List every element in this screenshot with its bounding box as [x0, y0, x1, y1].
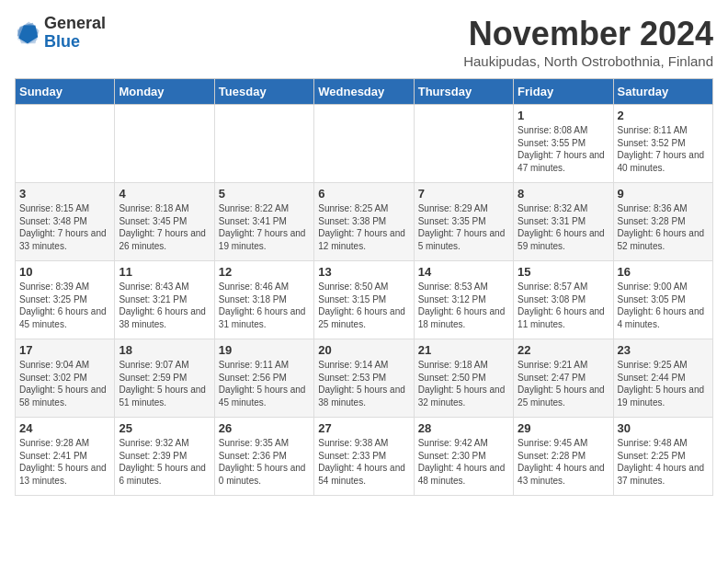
calendar-cell: 11Sunrise: 8:43 AM Sunset: 3:21 PM Dayli… [115, 261, 214, 339]
day-number: 30 [618, 421, 709, 435]
cell-content: Sunrise: 8:18 AM Sunset: 3:45 PM Dayligh… [119, 202, 210, 252]
calendar-header-thursday: Thursday [414, 79, 513, 105]
generalblue-logo-icon [15, 20, 40, 46]
cell-content: Sunrise: 8:50 AM Sunset: 3:15 PM Dayligh… [318, 281, 409, 330]
calendar-header-monday: Monday [115, 79, 214, 105]
day-number: 3 [19, 187, 110, 201]
day-number: 28 [418, 421, 509, 435]
calendar-cell: 24Sunrise: 9:28 AM Sunset: 2:41 PM Dayli… [16, 418, 115, 496]
calendar-week-5: 24Sunrise: 9:28 AM Sunset: 2:41 PM Dayli… [16, 418, 713, 496]
cell-content: Sunrise: 9:04 AM Sunset: 3:02 PM Dayligh… [19, 359, 110, 408]
calendar-cell: 15Sunrise: 8:57 AM Sunset: 3:08 PM Dayli… [514, 261, 613, 339]
cell-content: Sunrise: 8:39 AM Sunset: 3:25 PM Dayligh… [19, 281, 110, 330]
calendar-cell: 20Sunrise: 9:14 AM Sunset: 2:53 PM Dayli… [314, 339, 414, 418]
cell-content: Sunrise: 9:45 AM Sunset: 2:28 PM Dayligh… [518, 437, 609, 487]
day-number: 1 [518, 109, 609, 122]
day-number: 11 [119, 265, 210, 279]
day-number: 27 [318, 421, 409, 435]
cell-content: Sunrise: 8:43 AM Sunset: 3:21 PM Dayligh… [119, 281, 210, 330]
calendar-cell: 4Sunrise: 8:18 AM Sunset: 3:45 PM Daylig… [115, 183, 214, 261]
calendar-cell: 23Sunrise: 9:25 AM Sunset: 2:44 PM Dayli… [613, 339, 712, 418]
calendar-cell: 18Sunrise: 9:07 AM Sunset: 2:59 PM Dayli… [115, 339, 214, 418]
title-block: November 2024 Haukipudas, North Ostrobot… [463, 15, 713, 69]
calendar-header-tuesday: Tuesday [214, 79, 313, 105]
cell-content: Sunrise: 9:25 AM Sunset: 2:44 PM Dayligh… [618, 359, 709, 408]
calendar-week-3: 10Sunrise: 8:39 AM Sunset: 3:25 PM Dayli… [16, 261, 713, 339]
day-number: 9 [618, 187, 709, 201]
calendar-cell: 25Sunrise: 9:32 AM Sunset: 2:39 PM Dayli… [115, 418, 214, 496]
calendar-week-1: 1Sunrise: 8:08 AM Sunset: 3:55 PM Daylig… [16, 105, 713, 183]
day-number: 18 [119, 343, 210, 357]
day-number: 13 [318, 265, 409, 279]
cell-content: Sunrise: 9:35 AM Sunset: 2:36 PM Dayligh… [219, 437, 310, 487]
cell-content: Sunrise: 9:07 AM Sunset: 2:59 PM Dayligh… [119, 359, 210, 408]
calendar-cell: 8Sunrise: 8:32 AM Sunset: 3:31 PM Daylig… [514, 183, 613, 261]
calendar-cell: 13Sunrise: 8:50 AM Sunset: 3:15 PM Dayli… [314, 261, 414, 339]
calendar-table: SundayMondayTuesdayWednesdayThursdayFrid… [15, 78, 713, 496]
calendar-cell [414, 105, 513, 183]
cell-content: Sunrise: 8:46 AM Sunset: 3:18 PM Dayligh… [219, 281, 310, 330]
cell-content: Sunrise: 8:08 AM Sunset: 3:55 PM Dayligh… [518, 124, 609, 174]
day-number: 10 [19, 265, 110, 279]
day-number: 25 [119, 421, 210, 435]
day-number: 24 [19, 421, 110, 435]
logo-text: General Blue [44, 15, 106, 52]
cell-content: Sunrise: 8:15 AM Sunset: 3:48 PM Dayligh… [19, 202, 110, 252]
calendar-cell [214, 105, 313, 183]
cell-content: Sunrise: 8:32 AM Sunset: 3:31 PM Dayligh… [518, 202, 609, 252]
cell-content: Sunrise: 8:36 AM Sunset: 3:28 PM Dayligh… [618, 202, 709, 252]
day-number: 26 [219, 421, 310, 435]
cell-content: Sunrise: 9:14 AM Sunset: 2:53 PM Dayligh… [318, 359, 409, 408]
calendar-cell: 28Sunrise: 9:42 AM Sunset: 2:30 PM Dayli… [414, 418, 513, 496]
cell-content: Sunrise: 8:11 AM Sunset: 3:52 PM Dayligh… [618, 124, 709, 174]
cell-content: Sunrise: 8:53 AM Sunset: 3:12 PM Dayligh… [418, 281, 509, 330]
calendar-cell: 2Sunrise: 8:11 AM Sunset: 3:52 PM Daylig… [613, 105, 712, 183]
logo: General Blue [15, 15, 106, 52]
cell-content: Sunrise: 9:18 AM Sunset: 2:50 PM Dayligh… [418, 359, 509, 408]
day-number: 4 [119, 187, 210, 201]
calendar-cell: 6Sunrise: 8:25 AM Sunset: 3:38 PM Daylig… [314, 183, 414, 261]
calendar-cell: 14Sunrise: 8:53 AM Sunset: 3:12 PM Dayli… [414, 261, 513, 339]
page-header: General Blue November 2024 Haukipudas, N… [15, 15, 713, 69]
location-subtitle: Haukipudas, North Ostrobothnia, Finland [463, 53, 713, 69]
calendar-cell: 29Sunrise: 9:45 AM Sunset: 2:28 PM Dayli… [514, 418, 613, 496]
calendar-header-row: SundayMondayTuesdayWednesdayThursdayFrid… [16, 79, 713, 105]
cell-content: Sunrise: 9:11 AM Sunset: 2:56 PM Dayligh… [219, 359, 310, 408]
month-title: November 2024 [463, 15, 713, 53]
cell-content: Sunrise: 9:38 AM Sunset: 2:33 PM Dayligh… [318, 437, 409, 487]
calendar-cell: 12Sunrise: 8:46 AM Sunset: 3:18 PM Dayli… [214, 261, 313, 339]
day-number: 5 [219, 187, 310, 201]
calendar-cell: 26Sunrise: 9:35 AM Sunset: 2:36 PM Dayli… [214, 418, 313, 496]
calendar-header-wednesday: Wednesday [314, 79, 414, 105]
calendar-cell: 22Sunrise: 9:21 AM Sunset: 2:47 PM Dayli… [514, 339, 613, 418]
day-number: 2 [618, 109, 709, 122]
cell-content: Sunrise: 9:28 AM Sunset: 2:41 PM Dayligh… [19, 437, 110, 487]
cell-content: Sunrise: 8:25 AM Sunset: 3:38 PM Dayligh… [318, 202, 409, 252]
day-number: 8 [518, 187, 609, 201]
calendar-header-saturday: Saturday [613, 79, 712, 105]
day-number: 6 [318, 187, 409, 201]
day-number: 21 [418, 343, 509, 357]
cell-content: Sunrise: 8:57 AM Sunset: 3:08 PM Dayligh… [518, 281, 609, 330]
calendar-cell: 9Sunrise: 8:36 AM Sunset: 3:28 PM Daylig… [613, 183, 712, 261]
calendar-cell: 21Sunrise: 9:18 AM Sunset: 2:50 PM Dayli… [414, 339, 513, 418]
day-number: 16 [618, 265, 709, 279]
calendar-cell: 19Sunrise: 9:11 AM Sunset: 2:56 PM Dayli… [214, 339, 313, 418]
calendar-cell: 10Sunrise: 8:39 AM Sunset: 3:25 PM Dayli… [16, 261, 115, 339]
calendar-header-friday: Friday [514, 79, 613, 105]
calendar-header-sunday: Sunday [16, 79, 115, 105]
day-number: 12 [219, 265, 310, 279]
cell-content: Sunrise: 9:48 AM Sunset: 2:25 PM Dayligh… [618, 437, 709, 487]
calendar-week-2: 3Sunrise: 8:15 AM Sunset: 3:48 PM Daylig… [16, 183, 713, 261]
day-number: 29 [518, 421, 609, 435]
day-number: 14 [418, 265, 509, 279]
calendar-cell [314, 105, 414, 183]
day-number: 19 [219, 343, 310, 357]
cell-content: Sunrise: 9:32 AM Sunset: 2:39 PM Dayligh… [119, 437, 210, 487]
calendar-cell: 30Sunrise: 9:48 AM Sunset: 2:25 PM Dayli… [613, 418, 712, 496]
calendar-cell: 3Sunrise: 8:15 AM Sunset: 3:48 PM Daylig… [16, 183, 115, 261]
cell-content: Sunrise: 9:00 AM Sunset: 3:05 PM Dayligh… [618, 281, 709, 330]
cell-content: Sunrise: 8:29 AM Sunset: 3:35 PM Dayligh… [418, 202, 509, 252]
calendar-cell: 7Sunrise: 8:29 AM Sunset: 3:35 PM Daylig… [414, 183, 513, 261]
day-number: 15 [518, 265, 609, 279]
